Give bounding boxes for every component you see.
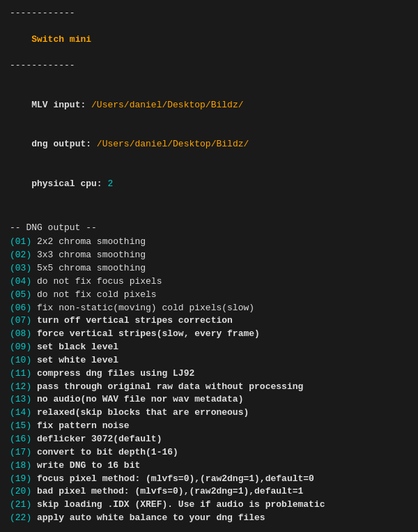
- menu-items-list: (01) 2x2 chroma smoothing(02) 3x3 chroma…: [10, 236, 408, 525]
- menu-item[interactable]: (09) set black level: [10, 341, 408, 354]
- menu-item[interactable]: (12) pass through original raw data with…: [10, 381, 408, 394]
- menu-item[interactable]: (08) force vertical stripes(slow, every …: [10, 328, 408, 341]
- cpu-line: physical cpu: 2: [10, 165, 408, 204]
- menu-item[interactable]: (18) write DNG to 16 bit: [10, 459, 408, 473]
- menu-item[interactable]: (20) bad pixel method: (mlvfs=0),(raw2dn…: [10, 485, 408, 499]
- separator-bottom: ------------: [10, 59, 408, 73]
- section-header: -- DNG output --: [10, 222, 408, 235]
- app-title-line: Switch mini: [10, 20, 408, 60]
- menu-item[interactable]: (02) 3x3 chroma smoothing: [10, 249, 408, 262]
- terminal-container: ------------ Switch mini ------------ ML…: [10, 7, 408, 532]
- dng-path: /Users/daniel/Desktop/Bildz/: [97, 139, 249, 149]
- menu-item[interactable]: (19) focus pixel method: (mlvfs=0),(raw2…: [10, 473, 408, 486]
- menu-item[interactable]: (03) 5x5 chroma smoothing: [10, 262, 408, 275]
- cpu-label: physical cpu:: [31, 178, 107, 189]
- menu-item[interactable]: (11) compress dng files using LJ92: [10, 367, 408, 381]
- cpu-value: 2: [107, 178, 113, 189]
- menu-item[interactable]: (13) no audio(no WAV file nor wav metada…: [10, 393, 408, 406]
- dng-label: dng output:: [31, 139, 97, 149]
- mlv-path: /Users/daniel/Desktop/Bildz/: [91, 100, 243, 110]
- menu-item[interactable]: (22) apply auto white balance to your dn…: [10, 512, 408, 525]
- separator-top: ------------: [10, 7, 408, 20]
- menu-item[interactable]: (05) do not fix cold pixels: [10, 289, 408, 302]
- dng-output-line: dng output: /Users/daniel/Desktop/Bildz/: [10, 126, 408, 165]
- menu-item[interactable]: (06) fix non-static(moving) cold pixels(…: [10, 302, 408, 315]
- menu-item[interactable]: (16) deflicker 3072(default): [10, 433, 408, 446]
- menu-item[interactable]: (14) relaxed(skip blocks that are errone…: [10, 406, 408, 420]
- menu-item[interactable]: (04) do not fix focus pixels: [10, 275, 408, 289]
- menu-item[interactable]: (10) set white level: [10, 354, 408, 367]
- menu-item[interactable]: (07) turn off vertical stripes correctio…: [10, 314, 408, 328]
- app-title: Switch mini: [31, 34, 91, 45]
- menu-item[interactable]: (21) skip loading .IDX (XREF). Use if au…: [10, 499, 408, 512]
- mlv-input-line: MLV input: /Users/daniel/Desktop/Bildz/: [10, 86, 408, 126]
- spacer-2: [10, 204, 408, 218]
- mlv-label: MLV input:: [31, 100, 91, 110]
- spacer-1: [10, 73, 408, 86]
- menu-item[interactable]: (01) 2x2 chroma smoothing: [10, 236, 408, 249]
- menu-item[interactable]: (15) fix pattern noise: [10, 420, 408, 433]
- spacer-3: [10, 525, 408, 532]
- menu-item[interactable]: (17) convert to bit depth(1-16): [10, 446, 408, 459]
